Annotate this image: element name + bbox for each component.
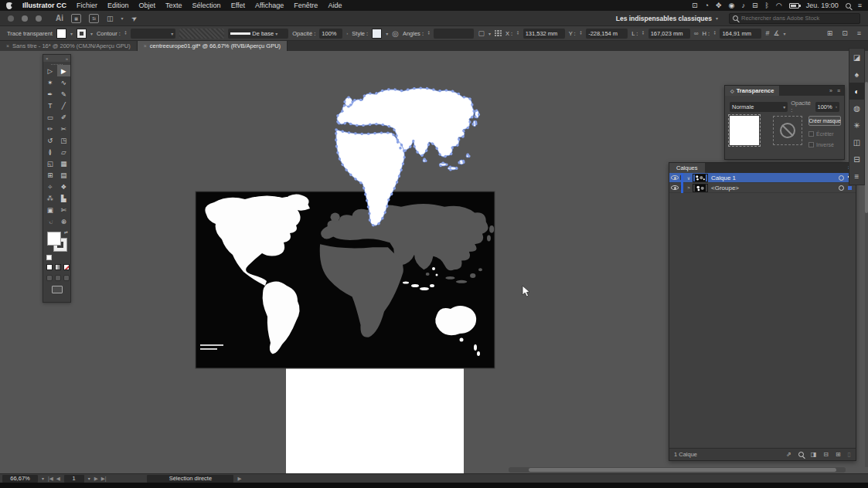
bluetooth-icon[interactable]: ᛒ — [764, 2, 768, 9]
default-fill-stroke-icon[interactable] — [46, 255, 52, 260]
x-stepper[interactable]: ▲▼ — [516, 31, 519, 36]
create-mask-button[interactable]: Créer masque — [808, 116, 841, 126]
stroke-weight-select[interactable]: ▾ — [131, 29, 175, 39]
chevron-down-icon[interactable]: ▾ — [70, 31, 73, 36]
menu-aide[interactable]: Aide — [328, 2, 342, 9]
eyedropper-tool[interactable]: ✧ — [43, 181, 57, 192]
y-field[interactable]: -228,154 m — [586, 29, 628, 39]
share-icon[interactable]: ➤ — [130, 13, 139, 22]
menu-effet[interactable]: Effet — [231, 2, 245, 9]
menu-selection[interactable]: Sélection — [192, 2, 221, 9]
browser-icon[interactable]: ◔ — [705, 2, 709, 9]
shape-panel-icon[interactable]: ◪ — [849, 49, 864, 66]
control-panel-menu-icon[interactable]: ≡ — [857, 29, 861, 37]
close-icon[interactable]: × — [6, 43, 9, 49]
zoom-dropdown-icon[interactable]: ▾ — [42, 476, 44, 481]
layer-row-calque1[interactable]: ∨ Calque 1 — [669, 173, 856, 183]
horizontal-scrollbar-thumb[interactable] — [529, 468, 836, 472]
appearance-panel-icon[interactable]: ✳ — [849, 117, 864, 134]
document-arrange-icon[interactable]: ◫ — [107, 15, 114, 22]
artboard-number-field[interactable]: 1 — [64, 475, 84, 483]
notification-center-icon[interactable]: ≡ — [858, 2, 862, 9]
magic-wand-tool[interactable]: ✶ — [43, 76, 57, 88]
artboard-tool[interactable]: ▣ — [43, 204, 57, 215]
screen-record-icon[interactable]: ⊡ — [692, 2, 698, 9]
width-tool[interactable]: ≬ — [43, 146, 57, 158]
vertical-scrollbar[interactable] — [865, 51, 868, 467]
x-field[interactable]: 131,532 mm — [523, 29, 565, 39]
music-icon[interactable]: ♪ — [741, 2, 745, 9]
mask-thumbnail[interactable] — [773, 116, 802, 145]
workspace-switcher[interactable]: Les indispensables classiques — [616, 15, 712, 22]
type-tool[interactable]: T — [43, 100, 57, 111]
menu-edition[interactable]: Edition — [107, 2, 129, 9]
chevron-down-icon[interactable]: ▾ — [386, 31, 388, 36]
opacity-field[interactable]: 100% — [319, 29, 342, 39]
zoom-tool[interactable]: ⊕ — [57, 215, 71, 227]
stroke-color-swatch[interactable] — [77, 29, 87, 39]
collect-export-icon[interactable]: ⇗ — [786, 451, 791, 458]
menu-objet[interactable]: Objet — [139, 2, 156, 9]
chevron-down-icon[interactable]: ▾ — [488, 31, 491, 36]
style-label[interactable]: Style : — [352, 30, 368, 37]
stock-icon[interactable]: St — [89, 14, 99, 23]
draw-normal-button[interactable] — [46, 275, 53, 281]
height-stepper[interactable]: ▲▼ — [713, 31, 716, 36]
menu-texte[interactable]: Texte — [165, 2, 182, 9]
free-transform-tool[interactable]: ▱ — [57, 146, 71, 158]
gradient-tool[interactable]: ▤ — [57, 169, 71, 181]
target-icon[interactable] — [839, 175, 844, 181]
opacity-label[interactable]: Opacité : — [292, 30, 315, 37]
symbol-sprayer-tool[interactable]: ⁂ — [43, 192, 57, 204]
vertical-scrollbar-thumb[interactable] — [865, 82, 868, 213]
new-sublayer-icon[interactable]: ⊟ — [823, 451, 829, 458]
opacity-field[interactable]: 100%› — [815, 102, 839, 112]
close-icon[interactable]: × — [46, 56, 49, 61]
blend-tool[interactable]: ❖ — [57, 181, 71, 192]
reference-point-locator[interactable] — [495, 30, 502, 37]
placed-image[interactable] — [196, 191, 495, 368]
select-similar-icon[interactable]: ▢ — [478, 29, 485, 37]
document-tab-inactive[interactable]: × Sans titre - 16* @ 200% (CMJN/Aperçu G… — [0, 41, 138, 51]
locate-object-icon[interactable] — [798, 452, 804, 457]
window-minimize-button[interactable] — [22, 15, 28, 22]
rectangle-tool[interactable]: ▭ — [43, 111, 57, 123]
shaper-tool[interactable]: ✏ — [43, 123, 57, 134]
transparency-panel-icon[interactable]: ◐ — [849, 83, 864, 100]
status-flyout-icon[interactable]: ▶ — [237, 476, 241, 482]
close-icon[interactable]: × — [144, 43, 147, 49]
transform-icon[interactable]: # — [765, 29, 769, 37]
angles-stepper[interactable]: ▲▼ — [427, 31, 430, 36]
pathfinder-panel-icon[interactable]: ◫ — [849, 134, 864, 151]
width-profile-select[interactable] — [179, 29, 224, 39]
export-panel-icon[interactable]: ⊟ — [849, 151, 864, 168]
menu-app-name[interactable]: Illustrator CC — [22, 2, 66, 9]
width-stepper[interactable]: ▲▼ — [642, 31, 644, 36]
fill-swatch[interactable] — [47, 232, 61, 246]
layer-row-groupe[interactable]: > <Groupe> — [669, 183, 856, 193]
slice-tool[interactable]: ✄ — [57, 204, 71, 215]
recolor-artwork-icon[interactable]: ◎ — [392, 29, 399, 38]
line-tool[interactable]: ╱ — [57, 100, 71, 111]
chevron-down-icon[interactable]: ▾ — [121, 15, 124, 21]
more-icon[interactable]: › — [346, 31, 348, 36]
invert-checkbox[interactable] — [808, 142, 814, 147]
arrange-documents-icon[interactable]: ⊞ — [827, 29, 833, 37]
visibility-toggle[interactable] — [669, 175, 681, 180]
mesh-tool[interactable]: ⊞ — [43, 169, 57, 181]
prev-artboard-icon[interactable]: ◀ — [56, 476, 60, 482]
layer-name[interactable]: <Groupe> — [711, 185, 739, 191]
menu-fenetre[interactable]: Fenêtre — [294, 2, 318, 9]
clip-checkbox[interactable] — [808, 131, 814, 137]
brush-definition-select[interactable]: De base▾ — [228, 29, 288, 39]
gradient-mode-button[interactable] — [55, 264, 61, 270]
gradient-panel-icon[interactable]: ◍ — [849, 100, 864, 117]
perspective-grid-tool[interactable]: ▦ — [57, 158, 71, 169]
lasso-tool[interactable]: ∿ — [57, 76, 71, 88]
symbols-panel-icon[interactable]: ♠ — [849, 66, 864, 83]
swap-fill-stroke-icon[interactable]: ⇄ — [64, 229, 68, 235]
tab-calques[interactable]: Calques — [669, 163, 705, 173]
link-dimensions-icon[interactable]: ∞ — [694, 30, 699, 37]
collapse-icon[interactable]: » — [66, 56, 68, 61]
next-artboard-icon[interactable]: ▶ — [94, 476, 98, 482]
